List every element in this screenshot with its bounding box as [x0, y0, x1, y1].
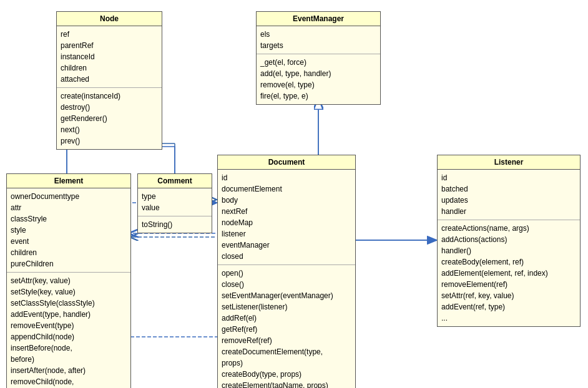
listener-class: Listener id batched updates handler crea…	[437, 155, 581, 327]
node-class-title: Node	[57, 12, 162, 26]
node-attributes: ref parentRef instanceId children attach…	[57, 26, 162, 88]
eventmanager-class: EventManager els targets _get(el, force)…	[256, 11, 381, 105]
comment-methods: toString()	[138, 216, 212, 233]
uml-diagram: Node ref parentRef instanceId children a…	[0, 0, 588, 388]
element-class: Element ownerDocumenttype attr classStry…	[6, 173, 131, 388]
document-closed-field: closed	[222, 251, 351, 262]
document-class: Document id documentElement body nextRef…	[217, 155, 356, 388]
node-class: Node ref parentRef instanceId children a…	[56, 11, 162, 150]
document-class-title: Document	[218, 155, 355, 170]
element-methods: setAttr(key, value) setStyle(key, value)…	[7, 273, 130, 388]
document-attributes: id documentElement body nextRef nodeMap …	[218, 170, 355, 265]
element-class-title: Element	[7, 174, 130, 188]
comment-attributes: type value	[138, 188, 212, 216]
document-methods: open() close() setEventManager(eventMana…	[218, 265, 355, 388]
listener-methods: createActions(name, args) addActions(act…	[438, 220, 580, 326]
eventmanager-attributes: els targets	[257, 26, 380, 54]
comment-class-title: Comment	[138, 174, 212, 188]
listener-attributes: id batched updates handler	[438, 170, 580, 220]
element-attributes: ownerDocumenttype attr classStryle style…	[7, 188, 130, 273]
node-methods: create(instanceId) destroy() getRenderer…	[57, 88, 162, 149]
eventmanager-methods: _get(el, force) add(el, type, handler) r…	[257, 54, 380, 104]
comment-class: Comment type value toString()	[137, 173, 212, 233]
eventmanager-class-title: EventManager	[257, 12, 380, 26]
listener-class-title: Listener	[438, 155, 580, 170]
